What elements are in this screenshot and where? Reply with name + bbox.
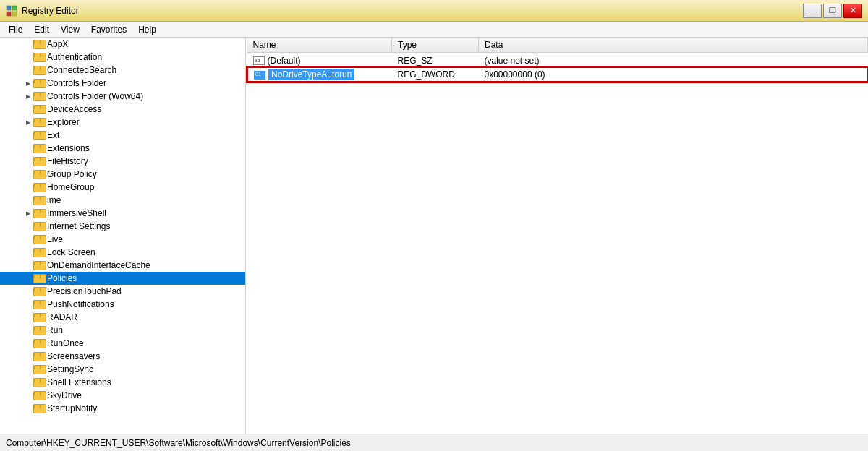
folder-icon <box>33 365 45 374</box>
tree-item-live[interactable]: Live <box>0 233 245 246</box>
tree-label-controlsfolder: Controls Folder <box>47 78 106 88</box>
tree-item-runonce[interactable]: RunOnce <box>0 337 245 350</box>
main-content: AppXAuthenticationConnectedSearchControl… <box>0 38 868 434</box>
tree-label-screensavers: Screensavers <box>47 351 100 361</box>
tree-arrow-appx <box>23 39 33 49</box>
tree-item-homegroup[interactable]: HomeGroup <box>0 181 245 194</box>
tree-arrow-deviceaccess <box>23 104 33 114</box>
tree-item-filehistory[interactable]: FileHistory <box>0 155 245 168</box>
tree-pane[interactable]: AppXAuthenticationConnectedSearchControl… <box>0 38 246 434</box>
tree-label-ext: Ext <box>47 130 59 140</box>
folder-icon <box>33 378 45 387</box>
menu-item-edit[interactable]: Edit <box>28 23 55 36</box>
tree-label-runonce: RunOnce <box>47 338 84 348</box>
tree-item-policies[interactable]: Policies <box>0 272 245 285</box>
minimize-button[interactable]: — <box>803 4 822 18</box>
tree-item-screensavers[interactable]: Screensavers <box>0 350 245 363</box>
tree-arrow-immersiveshell[interactable] <box>23 208 33 218</box>
tree-arrow-shellextensions <box>23 377 33 387</box>
svg-rect-2 <box>7 12 11 16</box>
tree-item-skydrive[interactable]: SkyDrive <box>0 389 245 402</box>
registry-table: Name Type Data (Default)REG_SZ(value not… <box>246 38 868 82</box>
tree-item-ext[interactable]: Ext <box>0 129 245 142</box>
menu-bar: FileEditViewFavoritesHelp <box>0 22 868 38</box>
tree-item-radar[interactable]: RADAR <box>0 311 245 324</box>
folder-icon <box>33 157 45 166</box>
tree-arrow-controlsfolder64[interactable] <box>23 91 33 101</box>
folder-icon <box>33 53 45 62</box>
tree-label-appx: AppX <box>47 39 68 49</box>
tree-item-immersiveshell[interactable]: ImmersiveShell <box>0 207 245 220</box>
registry-row-nodrivetypeautorun[interactable]: NoDriveTypeAutorunREG_DWORD0x00000000 (0… <box>247 67 868 82</box>
tree-item-deviceaccess[interactable]: DeviceAccess <box>0 103 245 116</box>
window-controls[interactable]: — ❐ ✕ <box>803 4 862 18</box>
tree-item-run[interactable]: Run <box>0 324 245 337</box>
tree-label-settingsync: SettingSync <box>47 364 93 374</box>
restore-button[interactable]: ❐ <box>823 4 842 18</box>
folder-icon <box>33 235 45 244</box>
close-button[interactable]: ✕ <box>843 4 862 18</box>
tree-label-connectedsearch: ConnectedSearch <box>47 65 116 75</box>
tree-item-controlsfolder64[interactable]: Controls Folder (Wow64) <box>0 90 245 103</box>
tree-item-connectedsearch[interactable]: ConnectedSearch <box>0 64 245 77</box>
menu-item-file[interactable]: File <box>3 23 28 36</box>
tree-arrow-connectedsearch <box>23 65 33 75</box>
folder-icon <box>33 105 45 114</box>
tree-label-startupnotify: StartupNotify <box>47 403 97 413</box>
tree-item-settingsync[interactable]: SettingSync <box>0 363 245 376</box>
tree-item-controlsfolder[interactable]: Controls Folder <box>0 77 245 90</box>
tree-arrow-ext <box>23 130 33 140</box>
tree-item-ondemand[interactable]: OnDemandInterfaceCache <box>0 259 245 272</box>
tree-arrow-radar <box>23 312 33 322</box>
menu-item-view[interactable]: View <box>55 23 85 36</box>
col-header-data[interactable]: Data <box>479 38 868 53</box>
col-header-type[interactable]: Type <box>392 38 479 53</box>
col-header-name[interactable]: Name <box>247 38 392 53</box>
registry-name-cell-nodrivetypeautorun[interactable]: NoDriveTypeAutorun <box>247 67 392 82</box>
tree-arrow-ondemand <box>23 260 33 270</box>
tree-arrow-explorer[interactable] <box>23 117 33 127</box>
tree-item-ime[interactable]: ime <box>0 194 245 207</box>
tree-arrow-internetsettings <box>23 221 33 231</box>
tree-label-controlsfolder64: Controls Folder (Wow64) <box>47 91 143 101</box>
folder-icon <box>33 118 45 127</box>
tree-item-explorer[interactable]: Explorer <box>0 116 245 129</box>
tree-arrow-controlsfolder[interactable] <box>23 78 33 88</box>
menu-item-help[interactable]: Help <box>132 23 162 36</box>
folder-icon <box>33 144 45 153</box>
folder-icon <box>33 209 45 218</box>
tree-item-startupnotify[interactable]: StartupNotify <box>0 402 245 415</box>
tree-item-appx[interactable]: AppX <box>0 38 245 51</box>
app-icon <box>6 5 17 17</box>
registry-values-pane[interactable]: Name Type Data (Default)REG_SZ(value not… <box>246 38 868 434</box>
tree-arrow-skydrive <box>23 390 33 400</box>
folder-icon <box>33 222 45 231</box>
tree-item-authentication[interactable]: Authentication <box>0 51 245 64</box>
tree-arrow-runonce <box>23 338 33 348</box>
tree-arrow-screensavers <box>23 351 33 361</box>
tree-item-shellextensions[interactable]: Shell Extensions <box>0 376 245 389</box>
tree-label-shellextensions: Shell Extensions <box>47 377 111 387</box>
status-path: Computer\HKEY_CURRENT_USER\Software\Micr… <box>6 438 351 448</box>
tree-label-skydrive: SkyDrive <box>47 390 82 400</box>
tree-label-internetsettings: Internet Settings <box>47 221 110 231</box>
window-title: Registry Editor <box>22 6 79 16</box>
registry-name-cell-default[interactable]: (Default) <box>247 53 392 67</box>
tree-item-grouppolicy[interactable]: Group Policy <box>0 168 245 181</box>
folder-icon <box>33 352 45 361</box>
tree-arrow-policies <box>23 273 33 283</box>
tree-item-internetsettings[interactable]: Internet Settings <box>0 220 245 233</box>
tree-item-extensions[interactable]: Extensions <box>0 142 245 155</box>
tree-item-precisiontouchpad[interactable]: PrecisionTouchPad <box>0 285 245 298</box>
tree-item-lockscreen[interactable]: Lock Screen <box>0 246 245 259</box>
tree-label-lockscreen: Lock Screen <box>47 247 95 257</box>
menu-item-favorites[interactable]: Favorites <box>85 23 132 36</box>
registry-row-default[interactable]: (Default)REG_SZ(value not set) <box>247 53 868 67</box>
tree-arrow-filehistory <box>23 156 33 166</box>
tree-arrow-settingsync <box>23 364 33 374</box>
folder-icon <box>33 300 45 309</box>
tree-label-live: Live <box>47 234 63 244</box>
tree-label-ondemand: OnDemandInterfaceCache <box>47 260 150 270</box>
tree-item-pushnotifications[interactable]: PushNotifications <box>0 298 245 311</box>
title-bar: Registry Editor — ❐ ✕ <box>0 0 868 22</box>
